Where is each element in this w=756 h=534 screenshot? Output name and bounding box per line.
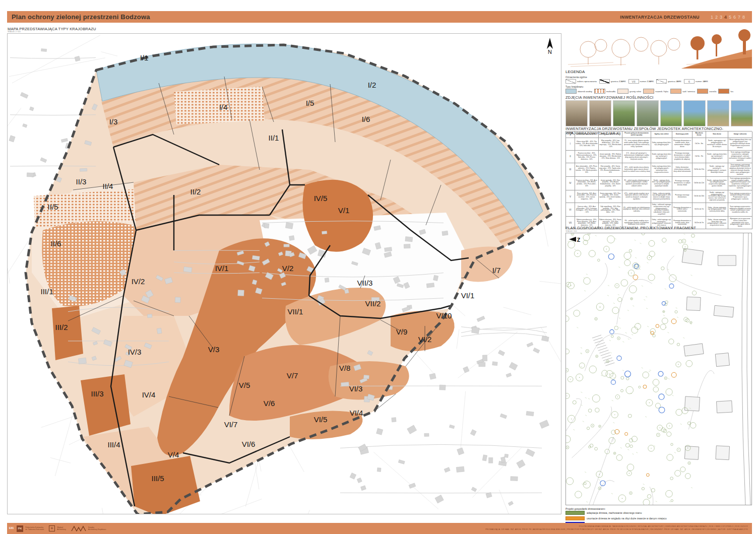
header-section-title: INWENTARYZACJA DRZEWOSTANU (620, 15, 700, 20)
table-cell: III (566, 163, 575, 177)
table-cell: Od 6m do 12m (692, 177, 706, 190)
table-cell: Wiąz pospolity - 40%, Lipa drobnolistna … (599, 138, 622, 151)
map-scale: SKALA 1:2 500 (8, 31, 21, 33)
svg-text:Z: Z (577, 237, 580, 243)
table-cell: Średni - wymagające cięć pielęgnacyjnych… (706, 138, 728, 151)
table-cell: Jesion wyniosły - 25%, Klon pospolity - … (599, 177, 622, 190)
table-cell: Średni - wymaga cięć pielęgnacyjnych i r… (706, 190, 728, 203)
landscape-zones (26, 44, 551, 514)
scrub-VI-c (290, 411, 363, 439)
table-cell: Przewaga starszego drzewostanu; w sadach… (672, 177, 692, 190)
table-cell: Przewaga drzewostanu o średnim wieku, du… (672, 138, 692, 151)
department-name: KatedraArchitektury Krajobrazu (88, 526, 106, 530)
svg-text:N: N (548, 49, 552, 55)
tree-management-plan-fragment: Z (565, 233, 752, 505)
legend-item-label: numer JARK (696, 80, 708, 83)
table-cell: Klon pospolity - 40%, Sosna zwyczajna - … (599, 163, 622, 177)
landscape-type-zaro-la: zarośla (697, 89, 716, 94)
table-cell: Dobry - drzewa wymagają dużej ilości cię… (706, 217, 728, 229)
table-cell: Wymagane jest oczyszczenie terenu z duże… (728, 217, 752, 229)
fragment-legend-title: Projekt gospodarki drzewostanem: (565, 507, 606, 510)
type-label: sad / winnica (682, 90, 695, 93)
legend-item-zjark-line: granica ZJARK (599, 79, 626, 84)
poster-board: Plan ochrony zielonej przestrzeni Bodzow… (0, 0, 756, 534)
type-swatch (697, 89, 708, 94)
legend-item-label: granica JARK (668, 80, 681, 83)
pk-logo-icon: PK (17, 525, 23, 532)
table-cell: Dobry, wymaga dużej ilości cięć pielęgna… (651, 163, 672, 177)
table-cell: Dąb szypułkowy - 30%, Klon pospolity - 2… (599, 203, 622, 217)
fragment-legend-label: adaptacja drzewa, zachowanie obecnego st… (587, 511, 642, 514)
table-cell: Średni - wymaga dużej ilości cięć sanita… (706, 151, 728, 163)
fragment-plan-scale: SKALA 1:500 (565, 230, 577, 232)
forest-III2 (52, 306, 83, 360)
table-cell: Dobry - widoczny wymóg cięć pielęgnacyjn… (651, 190, 672, 203)
page-title: Plan ochrony zielonej przestrzeni Bodzow… (7, 13, 150, 21)
vegetation-photo-3 (613, 100, 635, 126)
legend-type-items: zbiornik wodnymokradłagrunty rolnetrawni… (565, 89, 753, 94)
table-cell: Średni, wymaga dużej ilości cięć sanitar… (651, 151, 672, 163)
table-header-cell: Uwagi / zalecenia (728, 131, 752, 138)
table-cell: 4% - zieleń wysoka jest zlokalizowana po… (622, 203, 651, 217)
zjark-num-icon: VII (628, 79, 639, 84)
table-cell: Quercus robur - 30%, Acer platanoides - … (575, 203, 599, 217)
zakres-icon (565, 79, 576, 84)
table-cell: Średni - wymaga dużej ilości cięć pielęg… (706, 177, 728, 190)
fragment-legend-item-1: adaptacja drzewa, zachowanie obecnego st… (565, 511, 642, 515)
type-swatch (594, 89, 605, 94)
table-cell: 6 % - obszar pól uprawnych z zadrzewieni… (622, 151, 651, 163)
fragment-legend-label: usunięcie drzewa ze względu na zbyt duże… (587, 517, 667, 520)
header-bar: Plan ochrony zielonej przestrzeni Bodzow… (7, 11, 752, 23)
landscape-type-sad---winnica: sad / winnica (670, 89, 695, 94)
page-number-5: 5 (729, 15, 731, 20)
table-cell: Przewaga starszego drzewostanu; w sadach… (672, 151, 692, 163)
jark-num-icon: 6 (684, 79, 695, 84)
page-number-4: 4 (724, 15, 727, 20)
table-cell: Teren wymaga częściowego oczyszczenia. P… (728, 163, 752, 177)
landscape-type-zbiornik-wodny: zbiornik wodny (565, 89, 592, 94)
fragment-canvas: Z (566, 233, 751, 505)
table-header-cell: Wysokość drzew (692, 131, 706, 138)
table-cell: Dobry, wymaga dużej ilości cięć pielęgna… (651, 138, 672, 151)
table-cell: II (566, 151, 575, 163)
legend-general-title: Oznaczenia ogólne (565, 76, 587, 79)
fragment-legend-swatch (565, 511, 585, 515)
table-cell: Pinus sylvestris - 30%, Acer platanoides… (575, 190, 599, 203)
faculty-logo: ✳ WydziałArchitektury (49, 525, 66, 531)
vegetation-photo-6 (683, 100, 706, 126)
table-header-cell: Procent pokrycia drzewostanem (zieleń wy… (622, 131, 651, 138)
type-label: zarośla (709, 90, 716, 93)
table-cell: Dobry - drzewa wymagają cięć pielęgnacyj… (706, 203, 728, 217)
table-cell: Przewaga starszego drzewostanu (672, 190, 692, 203)
forest-III5 (131, 456, 200, 514)
table-cell: 9% - zieleń wysoka zlokalizowana w sadac… (622, 177, 651, 190)
table-cell: Od 4m do 16m (692, 190, 706, 203)
type-swatch (617, 89, 628, 94)
table-cell: Od 2m do 7m (692, 203, 706, 217)
table-header-cell: Dominujące gatunki po pl. (599, 131, 622, 138)
table-cell: I (566, 138, 575, 151)
table-cell: Fraxinus excelsior - 35%, Robinia pseudo… (575, 151, 599, 163)
vegetation-photo-1 (565, 100, 588, 126)
legend-item-zjark-num: VIInumer ZJARK (628, 79, 654, 84)
sheet-number: E/01 (9, 527, 14, 529)
legend-item-zakres: zakres opracowania (565, 79, 597, 84)
vegetation-photo-2 (589, 100, 611, 126)
legend-title: LEGENDA (565, 70, 585, 74)
zjark-line-icon (599, 79, 610, 84)
table-cell: 47% - zieleń wysoka znajduje się w więks… (622, 190, 651, 203)
legend-item-label: numer ZJARK (640, 80, 654, 83)
landscape-sketch-illustration (565, 29, 752, 69)
table-cell: Jesion wyniosły - 35%, Robinia akacjowa … (599, 151, 622, 163)
table-cell: Teren wymaga oczyszczenia i odsłonięcia … (728, 203, 752, 217)
mountains-logo-icon (71, 525, 86, 531)
landscape-type-trawnik-----ka: trawnik / łąka (643, 89, 668, 94)
table-cell: 7% - teren zajmuje głównie wysoka zieleń… (622, 138, 651, 151)
legend-item-jark-line: granica JARK (656, 79, 681, 84)
type-swatch (670, 89, 681, 94)
jark-line-icon (656, 79, 667, 84)
type-label: trawnik / łąka (655, 90, 668, 93)
legend-item-label: zakres opracowania (577, 80, 597, 83)
zone-I7 (461, 247, 513, 282)
forest-V1 (303, 180, 373, 252)
